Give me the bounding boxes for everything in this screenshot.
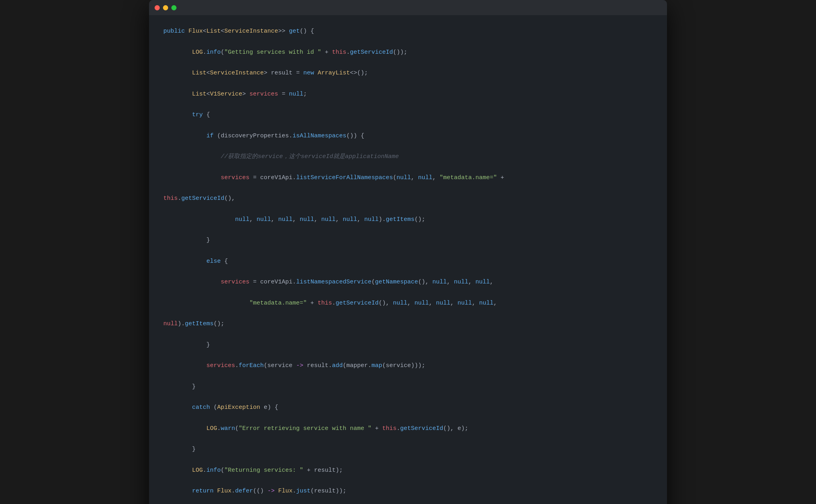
titlebar [149,0,667,15]
close-button[interactable] [155,5,160,10]
maximize-button[interactable] [171,5,177,10]
code-block: public Flux<List<ServiceInstance>> get()… [149,15,667,504]
minimize-button[interactable] [163,5,168,10]
code-window: public Flux<List<ServiceInstance>> get()… [149,0,667,504]
